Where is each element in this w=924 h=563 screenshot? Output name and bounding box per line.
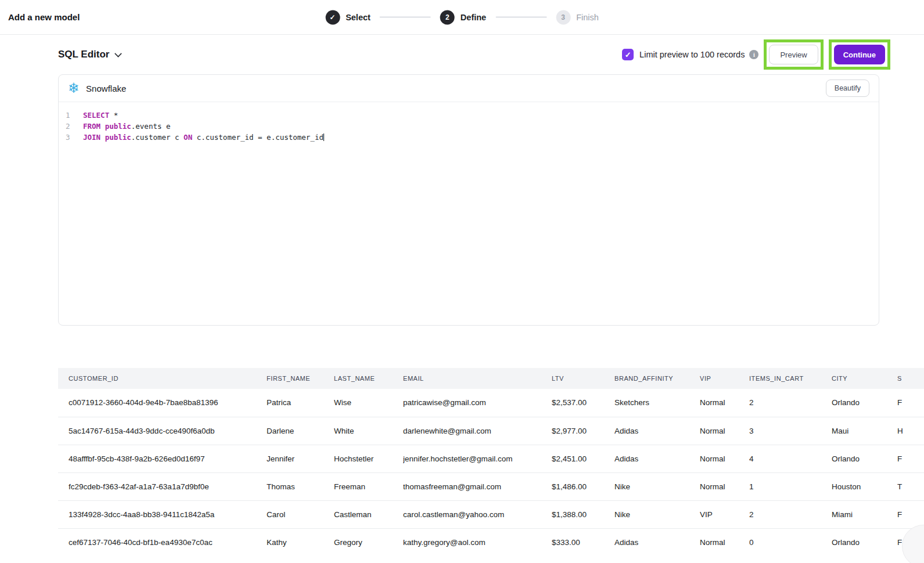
table-cell: 48afffbf-95cb-438f-9a2b-626ed0d16f97: [58, 445, 267, 472]
column-header: LAST_NAME: [334, 368, 403, 389]
column-header: S: [897, 368, 924, 389]
table-row[interactable]: 5ac14767-615a-44d3-9ddc-cce490f6a0dbDarl…: [58, 417, 924, 445]
continue-highlight-box: Continue: [829, 39, 890, 70]
preview-table: CUSTOMER_IDFIRST_NAMELAST_NAMEEMAILLTVBR…: [58, 368, 924, 556]
step-label: Select: [346, 13, 371, 22]
step-define[interactable]: 2Define: [440, 10, 486, 24]
table-cell: Freeman: [334, 472, 403, 500]
top-bar: Add a new model ✓Select2Define3Finish: [0, 0, 924, 35]
step-finish[interactable]: 3Finish: [556, 10, 599, 24]
code-line: 3JOIN public.customer c ON c.customer_id…: [66, 132, 879, 143]
table-cell: Kathy: [267, 528, 334, 556]
code-line: 2FROM public.events e: [66, 121, 879, 132]
table-cell: fc29cdeb-f363-42af-a1a7-63a1a7d9bf0e: [58, 472, 267, 500]
sql-text: .customer c: [131, 133, 184, 142]
table-cell: cef67137-7046-40cd-bf1b-ea4930e7c0ac: [58, 528, 267, 556]
table-cell: Normal: [700, 472, 749, 500]
table-cell: darlenewhite@gmail.com: [403, 417, 552, 445]
column-header: LTV: [552, 368, 614, 389]
column-header: ITEMS_IN_CART: [749, 368, 832, 389]
preview-highlight-box: Preview: [764, 39, 823, 70]
info-icon[interactable]: i: [749, 50, 758, 59]
table-cell: 133f4928-3dcc-4aa8-bb38-9411c1842a5a: [58, 500, 267, 528]
table-cell: Normal: [700, 417, 749, 445]
sql-keyword: public: [105, 133, 131, 142]
table-cell: Sketchers: [614, 389, 700, 417]
table-cell: Thomas: [267, 472, 334, 500]
table-cell: Orlando: [832, 445, 897, 472]
sql-keyword: SELECT: [83, 111, 109, 120]
table-cell: Nike: [614, 500, 700, 528]
table-cell: thomasfreeman@gmail.com: [403, 472, 552, 500]
table-cell: Adidas: [614, 445, 700, 472]
sql-code-area[interactable]: 1SELECT *2FROM public.events e3JOIN publ…: [59, 102, 879, 143]
table-row[interactable]: 48afffbf-95cb-438f-9a2b-626ed0d16f97Jenn…: [58, 445, 924, 472]
sql-text: [100, 133, 105, 142]
sql-keyword: ON: [184, 133, 192, 142]
table-cell: Gregory: [334, 528, 403, 556]
column-header: EMAIL: [403, 368, 552, 389]
table-cell: Maui: [832, 417, 897, 445]
table-row[interactable]: cef67137-7046-40cd-bf1b-ea4930e7c0acKath…: [58, 528, 924, 556]
sql-editor-panel: ❄ Snowflake Beautify 1SELECT *2FROM publ…: [58, 74, 879, 326]
table-cell: Houston: [832, 472, 897, 500]
table-cell: Hochstetler: [334, 445, 403, 472]
table-cell: F: [897, 500, 924, 528]
connector-name: Snowflake: [86, 84, 126, 93]
table-row[interactable]: 133f4928-3dcc-4aa8-bb38-9411c1842a5aCaro…: [58, 500, 924, 528]
table-cell: Jennifer: [267, 445, 334, 472]
page-title: Add a new model: [8, 12, 80, 22]
snowflake-icon: ❄: [68, 81, 80, 95]
table-cell: 2: [749, 500, 832, 528]
table-row[interactable]: c0071912-3660-404d-9e4b-7bae8ba81396Patr…: [58, 389, 924, 417]
sql-text: *: [109, 111, 118, 120]
line-number: 2: [66, 121, 76, 132]
table-cell: Normal: [700, 445, 749, 472]
table-cell: patricawise@gmail.com: [403, 389, 552, 417]
table-cell: Miami: [832, 500, 897, 528]
step-connector: [495, 17, 547, 18]
table-cell: Orlando: [832, 389, 897, 417]
table-cell: kathy.gregory@aol.com: [403, 528, 552, 556]
line-number: 3: [66, 132, 76, 143]
table-cell: White: [334, 417, 403, 445]
table-cell: Carol: [267, 500, 334, 528]
column-header: BRAND_AFFINITY: [614, 368, 700, 389]
preview-button[interactable]: Preview: [769, 45, 818, 64]
beautify-button[interactable]: Beautify: [826, 80, 869, 97]
table-cell: Adidas: [614, 528, 700, 556]
table-cell: F: [897, 445, 924, 472]
editor-type-dropdown[interactable]: SQL Editor: [58, 49, 121, 60]
table-cell: c0071912-3660-404d-9e4b-7bae8ba81396: [58, 389, 267, 417]
limit-preview-checkbox[interactable]: ✓: [622, 49, 634, 60]
table-cell: $1,388.00: [552, 500, 614, 528]
table-cell: 4: [749, 445, 832, 472]
column-header: FIRST_NAME: [267, 368, 334, 389]
table-cell: Wise: [334, 389, 403, 417]
column-header: CUSTOMER_ID: [58, 368, 267, 389]
table-cell: Normal: [700, 528, 749, 556]
table-row[interactable]: fc29cdeb-f363-42af-a1a7-63a1a7d9bf0eThom…: [58, 472, 924, 500]
sql-text: [100, 122, 105, 131]
continue-button[interactable]: Continue: [834, 45, 885, 64]
table-cell: 2: [749, 389, 832, 417]
chevron-down-icon: [115, 50, 122, 57]
table-cell: $2,451.00: [552, 445, 614, 472]
table-cell: Adidas: [614, 417, 700, 445]
table-cell: $1,486.00: [552, 472, 614, 500]
sql-keyword: JOIN: [83, 133, 100, 142]
step-number: 2: [440, 10, 455, 24]
step-connector: [380, 17, 431, 18]
step-select[interactable]: ✓Select: [325, 10, 371, 24]
table-cell: 0: [749, 528, 832, 556]
table-cell: $2,537.00: [552, 389, 614, 417]
sql-text: .events e: [131, 122, 171, 131]
table-cell: 1: [749, 472, 832, 500]
editor-type-label: SQL Editor: [58, 49, 109, 60]
limit-preview-label: Limit preview to 100 records: [639, 50, 745, 59]
table-cell: F: [897, 389, 924, 417]
editor-toolbar: SQL Editor ✓ Limit preview to 100 record…: [0, 35, 924, 74]
sql-text: c.customer_id = e.customer_id: [192, 133, 323, 142]
check-icon: ✓: [325, 10, 340, 24]
connector-header: ❄ Snowflake Beautify: [59, 75, 879, 102]
